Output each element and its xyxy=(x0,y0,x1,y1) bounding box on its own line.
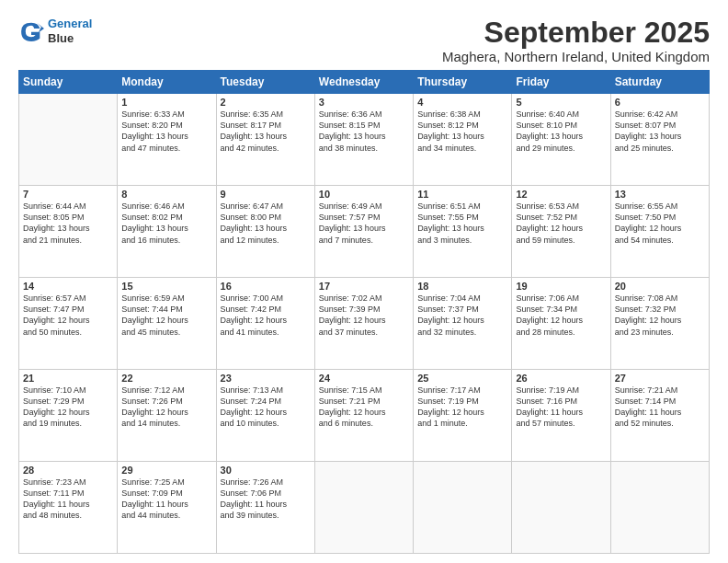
header: General Blue September 2025 Maghera, Nor… xyxy=(18,17,710,64)
day-info: Sunrise: 7:25 AM Sunset: 7:09 PM Dayligh… xyxy=(121,477,211,522)
day-number: 4 xyxy=(417,97,507,108)
day-number: 16 xyxy=(221,281,311,292)
day-number: 21 xyxy=(23,373,113,384)
calendar-header: SundayMondayTuesdayWednesdayThursdayFrid… xyxy=(19,71,710,94)
day-info: Sunrise: 6:57 AM Sunset: 7:47 PM Dayligh… xyxy=(23,293,113,338)
calendar-cell: 2Sunrise: 6:35 AM Sunset: 8:17 PM Daylig… xyxy=(216,94,314,186)
day-number: 24 xyxy=(319,373,409,384)
day-info: Sunrise: 6:36 AM Sunset: 8:15 PM Dayligh… xyxy=(319,109,409,154)
day-number: 9 xyxy=(221,189,311,200)
calendar-cell xyxy=(314,462,413,554)
weekday-header-thursday: Thursday xyxy=(414,71,512,94)
calendar-body: 1Sunrise: 6:33 AM Sunset: 8:20 PM Daylig… xyxy=(19,94,710,554)
day-info: Sunrise: 7:19 AM Sunset: 7:16 PM Dayligh… xyxy=(516,385,606,430)
day-number: 13 xyxy=(615,189,705,200)
day-number: 23 xyxy=(221,373,311,384)
day-info: Sunrise: 7:21 AM Sunset: 7:14 PM Dayligh… xyxy=(615,385,705,430)
calendar-week-row: 21Sunrise: 7:10 AM Sunset: 7:29 PM Dayli… xyxy=(19,370,710,462)
calendar-cell: 17Sunrise: 7:02 AM Sunset: 7:39 PM Dayli… xyxy=(314,278,413,370)
day-info: Sunrise: 6:38 AM Sunset: 8:12 PM Dayligh… xyxy=(417,109,507,154)
calendar-cell: 9Sunrise: 6:47 AM Sunset: 8:00 PM Daylig… xyxy=(216,186,314,278)
calendar-cell: 10Sunrise: 6:49 AM Sunset: 7:57 PM Dayli… xyxy=(314,186,413,278)
day-info: Sunrise: 6:51 AM Sunset: 7:55 PM Dayligh… xyxy=(417,201,507,246)
calendar-table: SundayMondayTuesdayWednesdayThursdayFrid… xyxy=(18,70,710,554)
calendar-cell: 5Sunrise: 6:40 AM Sunset: 8:10 PM Daylig… xyxy=(512,94,610,186)
day-info: Sunrise: 7:23 AM Sunset: 7:11 PM Dayligh… xyxy=(23,477,113,522)
weekday-header-sunday: Sunday xyxy=(19,71,118,94)
calendar-cell: 16Sunrise: 7:00 AM Sunset: 7:42 PM Dayli… xyxy=(216,278,314,370)
day-number: 26 xyxy=(516,373,606,384)
calendar-week-row: 7Sunrise: 6:44 AM Sunset: 8:05 PM Daylig… xyxy=(19,186,710,278)
title-area: September 2025 Maghera, Northern Ireland… xyxy=(442,17,710,64)
calendar-cell: 22Sunrise: 7:12 AM Sunset: 7:26 PM Dayli… xyxy=(118,370,216,462)
day-info: Sunrise: 6:35 AM Sunset: 8:17 PM Dayligh… xyxy=(221,109,311,154)
calendar-cell: 30Sunrise: 7:26 AM Sunset: 7:06 PM Dayli… xyxy=(216,462,314,554)
calendar-cell: 3Sunrise: 6:36 AM Sunset: 8:15 PM Daylig… xyxy=(314,94,413,186)
calendar-week-row: 1Sunrise: 6:33 AM Sunset: 8:20 PM Daylig… xyxy=(19,94,710,186)
calendar-cell: 19Sunrise: 7:06 AM Sunset: 7:34 PM Dayli… xyxy=(512,278,610,370)
calendar-cell: 27Sunrise: 7:21 AM Sunset: 7:14 PM Dayli… xyxy=(610,370,709,462)
weekday-header-tuesday: Tuesday xyxy=(216,71,314,94)
calendar-cell: 21Sunrise: 7:10 AM Sunset: 7:29 PM Dayli… xyxy=(19,370,118,462)
weekday-header-wednesday: Wednesday xyxy=(314,71,413,94)
calendar-cell: 8Sunrise: 6:46 AM Sunset: 8:02 PM Daylig… xyxy=(118,186,216,278)
calendar-cell: 4Sunrise: 6:38 AM Sunset: 8:12 PM Daylig… xyxy=(414,94,512,186)
day-info: Sunrise: 6:49 AM Sunset: 7:57 PM Dayligh… xyxy=(319,201,409,246)
calendar-cell: 1Sunrise: 6:33 AM Sunset: 8:20 PM Daylig… xyxy=(118,94,216,186)
calendar-cell: 18Sunrise: 7:04 AM Sunset: 7:37 PM Dayli… xyxy=(414,278,512,370)
calendar-cell: 23Sunrise: 7:13 AM Sunset: 7:24 PM Dayli… xyxy=(216,370,314,462)
day-number: 11 xyxy=(417,189,507,200)
calendar-cell: 12Sunrise: 6:53 AM Sunset: 7:52 PM Dayli… xyxy=(512,186,610,278)
weekday-header-monday: Monday xyxy=(118,71,216,94)
day-number: 8 xyxy=(121,189,211,200)
day-info: Sunrise: 6:55 AM Sunset: 7:50 PM Dayligh… xyxy=(615,201,705,246)
day-info: Sunrise: 6:33 AM Sunset: 8:20 PM Dayligh… xyxy=(121,109,211,154)
calendar-cell xyxy=(19,94,118,186)
calendar-cell: 24Sunrise: 7:15 AM Sunset: 7:21 PM Dayli… xyxy=(314,370,413,462)
day-info: Sunrise: 7:13 AM Sunset: 7:24 PM Dayligh… xyxy=(221,385,311,430)
day-info: Sunrise: 7:06 AM Sunset: 7:34 PM Dayligh… xyxy=(516,293,606,338)
day-number: 10 xyxy=(319,189,409,200)
day-info: Sunrise: 7:26 AM Sunset: 7:06 PM Dayligh… xyxy=(221,477,311,522)
day-number: 2 xyxy=(221,97,311,108)
day-info: Sunrise: 7:00 AM Sunset: 7:42 PM Dayligh… xyxy=(221,293,311,338)
calendar-cell: 6Sunrise: 6:42 AM Sunset: 8:07 PM Daylig… xyxy=(610,94,709,186)
day-info: Sunrise: 6:42 AM Sunset: 8:07 PM Dayligh… xyxy=(615,109,705,154)
day-info: Sunrise: 6:44 AM Sunset: 8:05 PM Dayligh… xyxy=(23,201,113,246)
day-number: 28 xyxy=(23,465,113,476)
day-info: Sunrise: 7:17 AM Sunset: 7:19 PM Dayligh… xyxy=(417,385,507,430)
day-number: 30 xyxy=(221,465,311,476)
location: Maghera, Northern Ireland, United Kingdo… xyxy=(442,49,710,64)
calendar-cell: 26Sunrise: 7:19 AM Sunset: 7:16 PM Dayli… xyxy=(512,370,610,462)
calendar-cell: 7Sunrise: 6:44 AM Sunset: 8:05 PM Daylig… xyxy=(19,186,118,278)
day-info: Sunrise: 7:08 AM Sunset: 7:32 PM Dayligh… xyxy=(615,293,705,338)
calendar-week-row: 28Sunrise: 7:23 AM Sunset: 7:11 PM Dayli… xyxy=(19,462,710,554)
weekday-header-saturday: Saturday xyxy=(610,71,709,94)
logo-icon xyxy=(18,18,44,44)
day-number: 12 xyxy=(516,189,606,200)
page: General Blue September 2025 Maghera, Nor… xyxy=(0,0,728,563)
day-number: 18 xyxy=(417,281,507,292)
day-number: 6 xyxy=(615,97,705,108)
day-info: Sunrise: 6:59 AM Sunset: 7:44 PM Dayligh… xyxy=(121,293,211,338)
day-number: 29 xyxy=(121,465,211,476)
day-number: 25 xyxy=(417,373,507,384)
day-number: 15 xyxy=(121,281,211,292)
calendar-cell: 20Sunrise: 7:08 AM Sunset: 7:32 PM Dayli… xyxy=(610,278,709,370)
day-number: 14 xyxy=(23,281,113,292)
calendar-cell xyxy=(512,462,610,554)
day-number: 22 xyxy=(121,373,211,384)
day-info: Sunrise: 7:15 AM Sunset: 7:21 PM Dayligh… xyxy=(319,385,409,430)
day-number: 20 xyxy=(615,281,705,292)
day-info: Sunrise: 7:02 AM Sunset: 7:39 PM Dayligh… xyxy=(319,293,409,338)
day-info: Sunrise: 7:04 AM Sunset: 7:37 PM Dayligh… xyxy=(417,293,507,338)
calendar-cell: 29Sunrise: 7:25 AM Sunset: 7:09 PM Dayli… xyxy=(118,462,216,554)
weekday-row: SundayMondayTuesdayWednesdayThursdayFrid… xyxy=(19,71,710,94)
day-info: Sunrise: 6:53 AM Sunset: 7:52 PM Dayligh… xyxy=(516,201,606,246)
logo: General Blue xyxy=(18,17,92,45)
calendar-cell: 15Sunrise: 6:59 AM Sunset: 7:44 PM Dayli… xyxy=(118,278,216,370)
logo-text: General Blue xyxy=(48,17,92,45)
day-info: Sunrise: 6:47 AM Sunset: 8:00 PM Dayligh… xyxy=(221,201,311,246)
calendar-cell xyxy=(610,462,709,554)
day-info: Sunrise: 7:12 AM Sunset: 7:26 PM Dayligh… xyxy=(121,385,211,430)
